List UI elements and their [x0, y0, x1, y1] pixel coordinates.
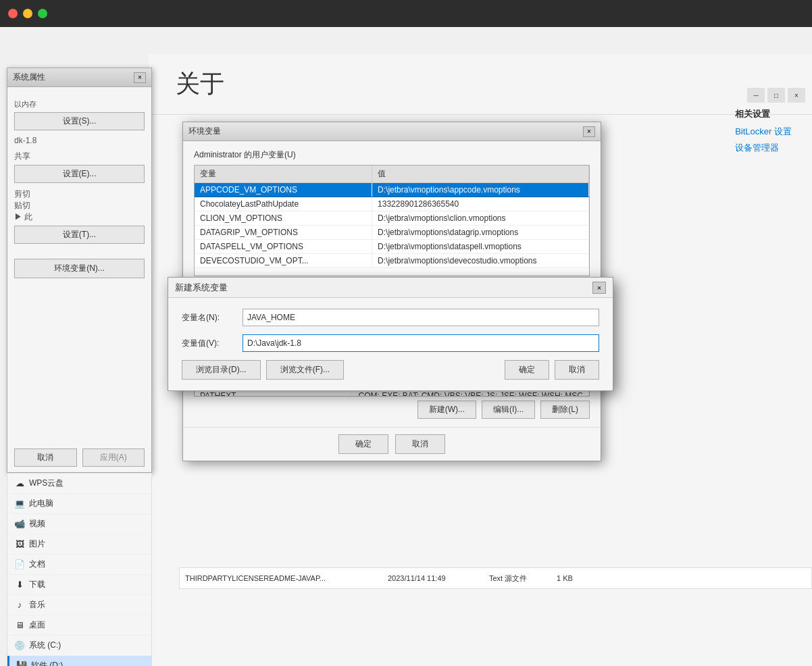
sidebar-item-downloads[interactable]: ⬇ 下载: [7, 575, 151, 595]
var-name-label: 变量名(N):: [182, 312, 236, 324]
pictures-icon: 🖼: [14, 539, 25, 550]
jdk-label: dk-1.8: [14, 136, 145, 145]
new-var-dialog: 新建系统变量 × 变量名(N): 变量值(V): 浏览目录(D)... 浏览文件…: [168, 277, 613, 391]
var-val-cell: 133228901286365540: [372, 197, 589, 211]
sys-new-btn[interactable]: 新建(W)...: [417, 401, 476, 419]
paste-label: 贴切: [14, 200, 145, 211]
var-name-cell: CLION_VM_OPTIONS: [195, 211, 372, 226]
wps-icon: ☁: [14, 478, 25, 489]
browse-dir-btn[interactable]: 浏览目录(D)...: [182, 360, 261, 380]
sys-edit-btn[interactable]: 编辑(I)...: [482, 401, 535, 419]
system-properties-panel: 系统属性 × 以内存 设置(S)... dk-1.8 共享 设置(E)... 剪…: [7, 68, 152, 473]
thispc-icon: 💻: [14, 498, 25, 509]
related-settings-panel: 相关设置 BitLocker 设置 设备管理器: [735, 108, 792, 158]
user-vars-table-container[interactable]: 变量 值 APPCODE_VM_OPTIONS D:\jetbra\vmopti…: [194, 165, 590, 276]
file-date-cell: 2023/11/14 11:49: [388, 574, 476, 582]
downloads-icon: ⬇: [14, 580, 25, 590]
table-row[interactable]: CLION_VM_OPTIONS D:\jetbra\vmoptions\cli…: [195, 211, 589, 226]
sys-props-content: 以内存 设置(S)... dk-1.8 共享 设置(E)... 剪切 贴切 ▶ …: [7, 87, 151, 253]
restore-button[interactable]: □: [767, 88, 785, 103]
var-name-cell: APPCODE_VM_OPTIONS: [195, 183, 372, 197]
browse-file-btn[interactable]: 浏览文件(F)...: [266, 360, 344, 380]
video-icon: 📹: [14, 519, 25, 530]
env-btn-row: 环境变量(N)...: [7, 253, 151, 284]
sidebar-item-label-video: 视频: [29, 518, 45, 530]
new-var-ok-btn[interactable]: 确定: [505, 360, 549, 380]
sidebar-item-label-pictures: 图片: [29, 538, 45, 550]
sidebar-item-video[interactable]: 📹 视频: [7, 514, 151, 534]
music-icon: ♪: [14, 600, 25, 611]
env-var-btn[interactable]: 环境变量(N)...: [14, 259, 145, 278]
sys-props-titlebar: 系统属性 ×: [7, 68, 151, 87]
var-value-input[interactable]: [243, 334, 599, 352]
var-val-cell: D:\jetbra\vmoptions\datagrip.vmoptions: [372, 226, 589, 240]
sidebar-item-thispc[interactable]: 💻 此电脑: [7, 494, 151, 514]
close-button[interactable]: ×: [788, 88, 805, 103]
sidebar-item-label-music: 音乐: [29, 599, 45, 611]
sidebar-item-desktop[interactable]: 🖥 桌面: [7, 615, 151, 636]
env-dialog-bottom-btns: 确定 取消: [183, 427, 601, 461]
table-row[interactable]: DATAGRIP_VM_OPTIONS D:\jetbra\vmoptions\…: [195, 226, 589, 240]
env-dialog-title: 环境变量: [188, 126, 221, 137]
col-val-header: 值: [372, 165, 589, 183]
env-dialog-close[interactable]: ×: [583, 126, 595, 137]
new-var-cancel-btn[interactable]: 取消: [555, 360, 599, 380]
file-manager-sidebar: ☁ WPS云盘 💻 此电脑 📹 视频 🖼 图片 📄 文档 ⬇ 下载 ♪ 音乐 🖥: [7, 473, 152, 666]
bitlocker-link[interactable]: BitLocker 设置: [735, 126, 792, 138]
var-val-cell: D:\jetbra\vmoptions\clion.vmoptions: [372, 211, 589, 226]
env-dialog-titlebar: 环境变量 ×: [183, 122, 601, 141]
windows-background: 关于 ─ □ × 相关设置 BitLocker 设置 设备管理器 系统属性 × …: [0, 27, 812, 666]
var-val-cell: D:\jetbra\vmoptions\dataspell.vmoptions: [372, 240, 589, 254]
sidebar-item-c[interactable]: 💿 系统 (C:): [7, 636, 151, 656]
device-manager-link[interactable]: 设备管理器: [735, 142, 792, 154]
env-cancel-btn[interactable]: 取消: [395, 434, 445, 454]
new-var-close-btn[interactable]: ×: [592, 282, 606, 294]
window-controls: ─ □ ×: [747, 88, 805, 103]
mac-titlebar: [0, 0, 812, 27]
new-var-title: 新建系统变量: [175, 282, 228, 294]
sys-props-close-btn[interactable]: ×: [134, 72, 146, 83]
var-name-row: 变量名(N):: [182, 309, 599, 326]
var-val-cell: D:\jetbra\vmoptions\devecostudio.vmoptio…: [372, 254, 589, 268]
share-label: 共享: [14, 151, 145, 162]
sys-props-title: 系统属性: [13, 72, 45, 83]
drive-d-icon: 💾: [16, 661, 27, 667]
mac-close-btn[interactable]: [8, 9, 18, 18]
settings-t-btn[interactable]: 设置(T)...: [14, 226, 145, 244]
apply-btn[interactable]: 应用(A): [82, 449, 145, 467]
mac-min-btn[interactable]: [23, 9, 32, 18]
table-row[interactable]: ChocolateyLastPathUpdate 133228901286365…: [195, 197, 589, 211]
file-size-cell: 1 KB: [557, 574, 590, 582]
minimize-button[interactable]: ─: [747, 88, 765, 103]
about-title: 关于: [176, 68, 785, 101]
mac-max-btn[interactable]: [38, 9, 47, 18]
documents-icon: 📄: [14, 559, 25, 570]
sidebar-item-label-wps: WPS云盘: [29, 478, 64, 489]
var-name-cell: DATAGRIP_VM_OPTIONS: [195, 226, 372, 240]
sys-delete-btn[interactable]: 删除(L): [540, 401, 590, 419]
desktop-icon: 🖥: [14, 620, 25, 631]
drive-c-icon: 💿: [14, 640, 25, 651]
sidebar-item-label-d: 软件 (D:): [31, 660, 63, 666]
table-row[interactable]: DATASPELL_VM_OPTIONS D:\jetbra\vmoptions…: [195, 240, 589, 254]
cancel-btn[interactable]: 取消: [14, 449, 77, 467]
settings-e-btn[interactable]: 设置(E)...: [14, 165, 145, 183]
sidebar-item-documents[interactable]: 📄 文档: [7, 555, 151, 575]
var-name-input[interactable]: [243, 309, 599, 326]
env-ok-btn[interactable]: 确定: [338, 434, 388, 454]
sidebar-item-wps[interactable]: ☁ WPS云盘: [7, 473, 151, 494]
user-vars-label: Administrator 的用户变量(U): [194, 149, 590, 161]
sidebar-item-label-thispc: 此电脑: [29, 498, 53, 509]
var-name-cell: ChocolateyLastPathUpdate: [195, 197, 372, 211]
settings-s-btn[interactable]: 设置(S)...: [14, 112, 145, 130]
file-type-cell: Text 源文件: [489, 573, 543, 584]
sidebar-item-pictures[interactable]: 🖼 图片: [7, 534, 151, 555]
table-row[interactable]: DEVECOSTUDIO_VM_OPT... D:\jetbra\vmoptio…: [195, 254, 589, 268]
about-header: 关于: [149, 54, 812, 115]
sidebar-item-label-documents: 文档: [29, 559, 45, 570]
sidebar-item-label-downloads: 下载: [29, 579, 45, 590]
table-row[interactable]: APPCODE_VM_OPTIONS D:\jetbra\vmoptions\a…: [195, 183, 589, 197]
sidebar-item-music[interactable]: ♪ 音乐: [7, 595, 151, 615]
var-val-cell: D:\jetbra\vmoptions\appcode.vmoptions: [372, 183, 589, 197]
sidebar-item-d[interactable]: 💾 软件 (D:): [7, 656, 151, 666]
